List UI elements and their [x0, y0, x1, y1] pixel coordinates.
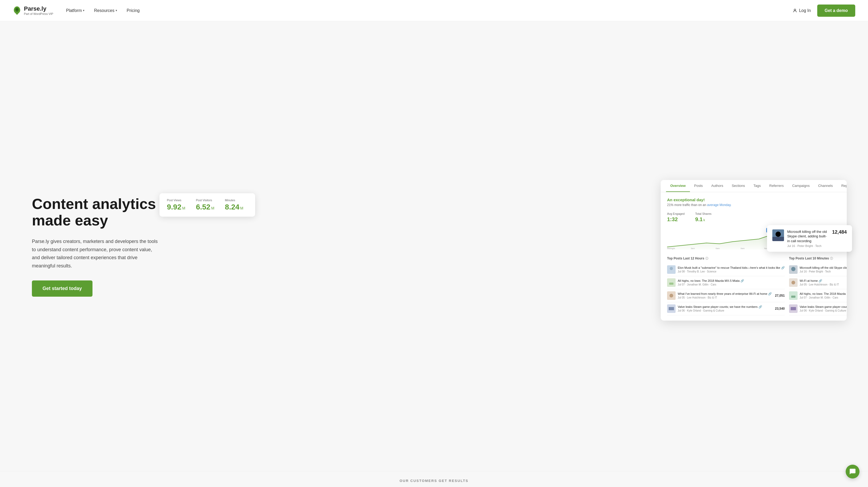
svg-point-22: [792, 281, 795, 284]
avg-engaged-label: Avg Engaged: [667, 212, 685, 215]
exceptional-text: An exceptional day!: [667, 197, 840, 202]
post-info: All highs, no lows: The 2018 Mazda MX-5 …: [678, 279, 785, 286]
logo[interactable]: Parse.ly Part of WordPress VIP: [13, 6, 53, 15]
tooltip-card: Microsoft killing off the old Skype clie…: [767, 225, 852, 252]
tab-tags[interactable]: Tags: [749, 180, 765, 192]
post-thumb: [789, 278, 798, 287]
get-demo-button[interactable]: Get a demo: [817, 4, 855, 17]
hero-left: Content analytics made easy Parse.ly giv…: [32, 196, 159, 297]
top-posts-10m: Top Posts Last 10 Minutes ⓘ Post Views M…: [789, 256, 847, 315]
post-thumb: [789, 304, 798, 313]
svg-rect-29: [772, 237, 784, 241]
avg-engaged-value: 1:32: [667, 216, 685, 222]
post-info: Elon Musk built a "submarine" to rescue …: [678, 266, 785, 273]
total-shares-stat: Total Shares 9.1 k: [695, 212, 711, 222]
nav-right: Log In Get a demo: [793, 4, 855, 17]
thumb-img: [667, 304, 676, 313]
post-title: Valve leaks Steam game player counts; we…: [800, 305, 847, 309]
post-row: Microsoft killing off the old Skype clie…: [789, 263, 847, 276]
post-title: Elon Musk built a "submarine" to rescue …: [678, 266, 785, 270]
post-meta: Jul 06 · Kyle Orland · Gaming & Culture: [678, 309, 773, 312]
tooltip-views: 12,484: [832, 230, 847, 235]
chat-icon: [849, 468, 856, 475]
svg-rect-26: [790, 307, 796, 310]
post-row: Elon Musk built a "submarine" to rescue …: [667, 263, 785, 276]
resources-label: Resources: [94, 8, 114, 13]
login-link[interactable]: Log In: [793, 8, 811, 13]
top-posts-12h: Top Posts Last 12 Hours ⓘ Elon Musk buil…: [667, 256, 785, 315]
secondary-stats: Avg Engaged 1:32 Total Shares 9.1 k: [667, 212, 840, 222]
post-info: Valve leaks Steam game player counts; we…: [800, 305, 847, 312]
dashboard-tabs: Overview Posts Authors Sections Tags Ref…: [661, 180, 847, 192]
post-views: 23,540: [775, 307, 785, 310]
stats-card: Post Views 9.92 M Post Visitors 6.52 M M…: [159, 193, 255, 217]
customers-label: OUR CUSTOMERS GET RESULTS: [400, 479, 469, 483]
post-row: Valve leaks Steam game player counts; we…: [789, 302, 847, 315]
thumb-img: [667, 291, 676, 300]
thumb-img: [667, 278, 676, 287]
platform-chevron-icon: ▾: [83, 9, 85, 12]
post-info: Microsoft killing off the old Skype clie…: [800, 266, 847, 273]
svg-point-28: [776, 232, 781, 237]
tooltip-title: Microsoft killing off the old Skype clie…: [787, 230, 829, 243]
login-label: Log In: [799, 8, 811, 13]
post-title: Wi-Fi at home 🔗: [800, 279, 847, 282]
svg-point-16: [670, 294, 673, 298]
post-info: All highs, no lows: The 2018 Mazda MX-5 …: [800, 292, 847, 299]
tab-authors[interactable]: Authors: [707, 180, 727, 192]
customers-section: OUR CUSTOMERS GET RESULTS: [0, 471, 868, 487]
hero-description: Parse.ly gives creators, marketers and d…: [32, 237, 159, 270]
svg-rect-14: [669, 282, 674, 285]
post-views-label: Post Views: [167, 199, 185, 202]
cta-button[interactable]: Get started today: [32, 280, 92, 297]
tab-posts[interactable]: Posts: [690, 180, 707, 192]
post-thumb: [667, 278, 676, 287]
thumb-img: [789, 278, 798, 287]
post-info: Wi-Fi at home 🔗 Jul 05 · Lee Hutchinson …: [800, 279, 847, 286]
post-row: Wi-Fi at home 🔗 Jul 05 · Lee Hutchinson …: [789, 276, 847, 289]
post-row: What I've learned from nearly three year…: [667, 289, 785, 302]
nav-pricing[interactable]: Pricing: [127, 8, 140, 13]
hero-right: Post Views 9.92 M Post Visitors 6.52 M M…: [176, 172, 847, 321]
tab-sections[interactable]: Sections: [727, 180, 749, 192]
tab-campaigns[interactable]: Campaigns: [788, 180, 814, 192]
info-icon-12h: ⓘ: [705, 256, 708, 261]
post-visitors-value: 6.52 M: [196, 203, 214, 211]
tooltip-meta: Jul 16 · Peter Bright · Tech: [787, 244, 829, 247]
hero-title: Content analytics made easy: [32, 196, 159, 229]
tooltip-thumb-img: [772, 230, 784, 241]
post-meta: Jul 16 · Peter Bright · Tech: [800, 270, 847, 273]
post-thumb: [667, 265, 676, 274]
post-thumb: [789, 291, 798, 300]
nav-resources[interactable]: Resources ▾: [94, 8, 117, 13]
brand-sub: Part of WordPress VIP: [24, 12, 53, 16]
svg-text:9am: 9am: [741, 247, 745, 249]
svg-rect-18: [669, 307, 674, 310]
post-meta: Jul 07 · Jonathan M. Gitlin · Cars: [800, 296, 847, 299]
top-posts-12h-title: Top Posts Last 12 Hours ⓘ: [667, 256, 785, 261]
info-icon-10m: ⓘ: [830, 256, 833, 261]
dashboard-subtitle: 21% more traffic than on an average Mond…: [667, 203, 840, 207]
thumb-img: [789, 304, 798, 313]
post-views-value: 9.92 M: [167, 203, 185, 211]
average-monday-link[interactable]: average Monday.: [707, 203, 732, 207]
post-title: Microsoft killing off the old Skype clie…: [800, 266, 847, 270]
tab-overview[interactable]: Overview: [666, 180, 690, 192]
post-views: 27,051: [775, 294, 785, 298]
tab-referrers[interactable]: Referrers: [765, 180, 788, 192]
tab-channels[interactable]: Channels: [814, 180, 837, 192]
post-row: Valve leaks Steam game player counts; we…: [667, 302, 785, 315]
tooltip-thumb: [772, 230, 784, 241]
post-thumb: [667, 304, 676, 313]
post-meta: Jul 05 · Lee Hutchinson · Biz & IT: [678, 296, 773, 299]
chat-widget[interactable]: [846, 465, 860, 479]
tooltip-author: Peter Bright: [798, 244, 813, 247]
post-title: All highs, no lows: The 2018 Mazda MX-5 …: [678, 279, 785, 282]
navigation: Parse.ly Part of WordPress VIP Platform …: [0, 0, 868, 21]
minutes-stat: Minutes 8.24 M: [225, 199, 243, 211]
post-title: What I've learned from nearly three year…: [678, 292, 773, 296]
logo-icon: [13, 6, 21, 16]
tab-reports[interactable]: Reports: [837, 180, 847, 192]
top-posts-10m-title: Top Posts Last 10 Minutes ⓘ Post Views: [789, 256, 847, 261]
nav-platform[interactable]: Platform ▾: [66, 8, 85, 13]
